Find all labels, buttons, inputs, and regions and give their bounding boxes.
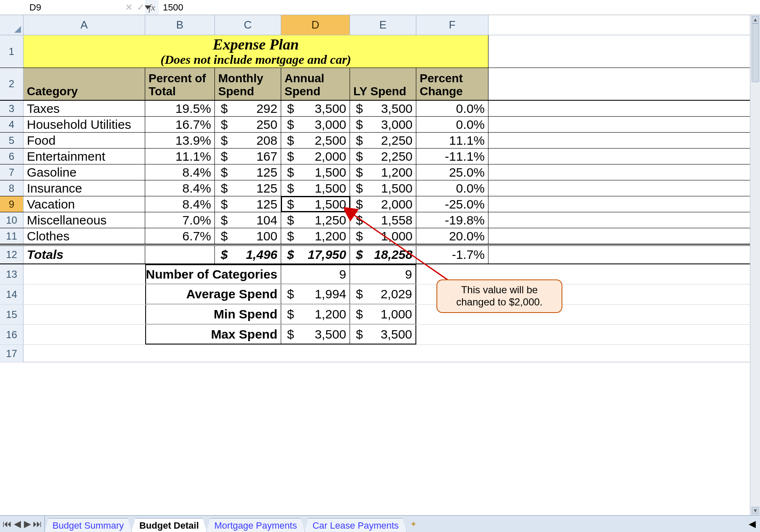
hscroll-area[interactable]: ◀ xyxy=(749,519,760,529)
cell-C10[interactable]: $104 xyxy=(215,212,281,228)
row-header-14[interactable]: 14 xyxy=(0,284,24,304)
scroll-down-icon[interactable]: ▼ xyxy=(752,507,759,514)
cell-E6[interactable]: $2,250 xyxy=(350,149,416,164)
cell-A14[interactable] xyxy=(24,284,145,304)
header-category[interactable]: Category xyxy=(24,68,145,100)
tab-last-icon[interactable]: ⏭ xyxy=(33,519,42,529)
row-header-1[interactable]: 1 xyxy=(0,35,24,68)
col-header-D[interactable]: D xyxy=(281,15,350,35)
select-all-corner[interactable] xyxy=(0,15,24,35)
cell-B4[interactable]: 16.7% xyxy=(145,117,215,132)
cell-A7[interactable]: Gasoline xyxy=(24,164,145,180)
cell-A9[interactable]: Vacation xyxy=(24,196,145,212)
tab-next-icon[interactable]: ▶ xyxy=(23,519,32,529)
cell-A13[interactable] xyxy=(24,264,145,284)
row-header-6[interactable]: 6 xyxy=(0,149,24,164)
totals-monthly[interactable]: $1,496 xyxy=(215,246,281,263)
totals-label[interactable]: Totals xyxy=(24,246,145,263)
totals-annual[interactable]: $17,950 xyxy=(281,246,350,263)
cell-D4[interactable]: $3,000 xyxy=(281,117,350,132)
cell-B6[interactable]: 11.1% xyxy=(145,149,215,164)
row-header-8[interactable]: 8 xyxy=(0,180,24,196)
cell-D8[interactable]: $1,500 xyxy=(281,180,350,196)
cell-E16[interactable]: $3,500 xyxy=(350,325,416,344)
cell-A16[interactable] xyxy=(24,325,145,344)
cell-E9[interactable]: $2,000 xyxy=(350,196,416,212)
summary-label-13[interactable]: Number of Categories xyxy=(145,264,281,284)
cell-E14[interactable]: $2,029 xyxy=(350,284,416,304)
cell-E4[interactable]: $3,000 xyxy=(350,117,416,132)
cell-F6[interactable]: -11.1% xyxy=(416,149,488,164)
cell-B3[interactable]: 19.5% xyxy=(145,101,215,116)
new-sheet-icon[interactable]: ✦ xyxy=(407,519,420,529)
summary-label-16[interactable]: Max Spend xyxy=(145,325,281,344)
cell-A5[interactable]: Food xyxy=(24,133,145,148)
cell-C3[interactable]: $292 xyxy=(215,101,281,116)
col-header-A[interactable]: A xyxy=(24,15,145,35)
header-monthly[interactable]: Monthly Spend xyxy=(215,68,281,100)
name-box-container[interactable] xyxy=(0,0,122,15)
formula-input[interactable] xyxy=(159,0,760,15)
cell-C11[interactable]: $100 xyxy=(215,228,281,244)
tab-prev-icon[interactable]: ◀ xyxy=(13,519,22,529)
cell-D15[interactable]: $1,200 xyxy=(281,305,350,324)
row-header-3[interactable]: 3 xyxy=(0,101,24,116)
cell-C4[interactable]: $250 xyxy=(215,117,281,132)
cell-A8[interactable]: Insurance xyxy=(24,180,145,196)
col-header-B[interactable]: B xyxy=(145,15,215,35)
cell-E11[interactable]: $1,000 xyxy=(350,228,416,244)
cell-E13[interactable]: 9 xyxy=(350,264,416,284)
cell-A11[interactable]: Clothes xyxy=(24,228,145,244)
cell-E15[interactable]: $1,000 xyxy=(350,305,416,324)
cell-E5[interactable]: $2,250 xyxy=(350,133,416,148)
cell-F3[interactable]: 0.0% xyxy=(416,101,488,116)
cell-C8[interactable]: $125 xyxy=(215,180,281,196)
cell-D16[interactable]: $3,500 xyxy=(281,325,350,344)
cell-C7[interactable]: $125 xyxy=(215,164,281,180)
cell-B7[interactable]: 8.4% xyxy=(145,164,215,180)
totals-pct[interactable] xyxy=(145,246,215,263)
cell-D5[interactable]: $2,500 xyxy=(281,133,350,148)
header-percent[interactable]: Percent of Total xyxy=(145,68,215,100)
header-ly[interactable]: LY Spend xyxy=(350,68,416,100)
sheet-tab[interactable]: Car Lease Payments xyxy=(305,518,407,532)
row-header-7[interactable]: 7 xyxy=(0,164,24,180)
row-header-9[interactable]: 9 xyxy=(0,196,24,212)
col-header-F[interactable]: F xyxy=(416,15,488,35)
cell-F16[interactable] xyxy=(416,325,488,344)
fx-icon[interactable]: fx xyxy=(149,2,155,13)
cell-C6[interactable]: $167 xyxy=(215,149,281,164)
cell-E8[interactable]: $1,500 xyxy=(350,180,416,196)
cell-E7[interactable]: $1,200 xyxy=(350,164,416,180)
cell-D6[interactable]: $2,000 xyxy=(281,149,350,164)
vertical-scrollbar[interactable]: ▲ ▼ xyxy=(750,15,760,515)
cell-D9[interactable]: $1,500 xyxy=(281,196,350,212)
scroll-thumb[interactable] xyxy=(752,23,759,82)
header-change[interactable]: Percent Change xyxy=(416,68,488,100)
tab-first-icon[interactable]: ⏮ xyxy=(3,519,12,529)
cell-F5[interactable]: 11.1% xyxy=(416,133,488,148)
cell-A3[interactable]: Taxes xyxy=(24,101,145,116)
cell-D13[interactable]: 9 xyxy=(281,264,350,284)
cell-C9[interactable]: $125 xyxy=(215,196,281,212)
cell-B11[interactable]: 6.7% xyxy=(145,228,215,244)
cell-E10[interactable]: $1,558 xyxy=(350,212,416,228)
cell-F9[interactable]: -25.0% xyxy=(416,196,488,212)
cell-D10[interactable]: $1,250 xyxy=(281,212,350,228)
row-header-13[interactable]: 13 xyxy=(0,264,24,284)
cell-A6[interactable]: Entertainment xyxy=(24,149,145,164)
row-header-11[interactable]: 11 xyxy=(0,228,24,244)
row-header-17[interactable]: 17 xyxy=(0,345,24,362)
sheet-tab[interactable]: Budget Detail xyxy=(131,518,207,532)
hscroll-left-icon[interactable]: ◀ xyxy=(749,519,756,529)
cell-B5[interactable]: 13.9% xyxy=(145,133,215,148)
sheet-tab[interactable]: Mortgage Payments xyxy=(206,518,305,532)
cell-D14[interactable]: $1,994 xyxy=(281,284,350,304)
cell-B10[interactable]: 7.0% xyxy=(145,212,215,228)
cell-D11[interactable]: $1,200 xyxy=(281,228,350,244)
cell-F4[interactable]: 0.0% xyxy=(416,117,488,132)
row-header-12[interactable]: 12 xyxy=(0,246,24,263)
scroll-up-icon[interactable]: ▲ xyxy=(752,16,759,23)
totals-change[interactable]: -1.7% xyxy=(416,246,488,263)
row-header-10[interactable]: 10 xyxy=(0,212,24,228)
